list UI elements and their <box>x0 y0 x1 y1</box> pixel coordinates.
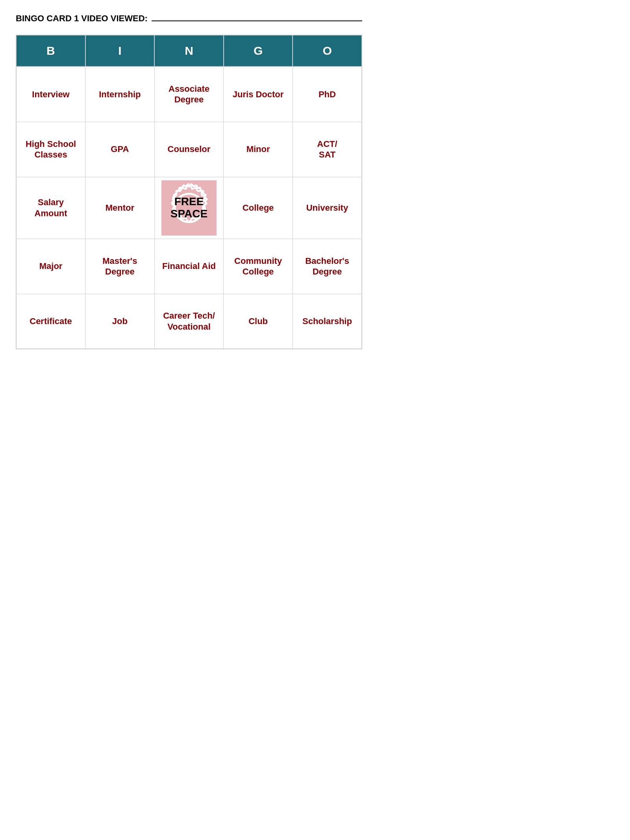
cell-r4-c0[interactable]: Certificate <box>16 294 85 349</box>
cell-r1-c3[interactable]: Minor <box>224 122 293 177</box>
cell-r0-c2[interactable]: Associate Degree <box>154 67 224 122</box>
cell-text: College <box>243 203 274 213</box>
cell-text: Major <box>39 261 63 271</box>
gear-shape: FREESPACE <box>163 182 215 234</box>
col-header-b: B <box>16 35 85 67</box>
free-space-container: FREESPACE <box>161 180 217 235</box>
cell-r0-c3[interactable]: Juris Doctor <box>224 67 293 122</box>
cell-text: Bachelor's Degree <box>305 256 349 277</box>
cell-text: Associate Degree <box>169 84 209 105</box>
cell-text: High School Classes <box>26 139 76 160</box>
cell-r4-c4[interactable]: Scholarship <box>293 294 362 349</box>
cell-r4-c3[interactable]: Club <box>224 294 293 349</box>
page-header: BINGO CARD 1 VIDEO VIEWED: <box>16 12 362 24</box>
cell-r4-c2[interactable]: Career Tech/ Vocational <box>154 294 224 349</box>
cell-r3-c1[interactable]: Master's Degree <box>85 239 155 294</box>
cell-text: Internship <box>99 89 141 99</box>
cell-text: Club <box>248 316 268 326</box>
col-header-n: N <box>154 35 224 67</box>
cell-r2-c3[interactable]: College <box>224 177 293 239</box>
col-header-g: G <box>224 35 293 67</box>
cell-text: Certificate <box>30 316 72 326</box>
header-row: B I N G O <box>16 35 362 67</box>
table-row: High School ClassesGPACounselorMinorACT/… <box>16 122 362 177</box>
cell-r3-c3[interactable]: Community College <box>224 239 293 294</box>
cell-text: Community College <box>234 256 282 277</box>
cell-r1-c4[interactable]: ACT/SAT <box>293 122 362 177</box>
cell-text: Career Tech/ Vocational <box>163 311 215 332</box>
cell-text: Mentor <box>106 203 134 213</box>
cell-text: Job <box>112 316 128 326</box>
table-row: InterviewInternshipAssociate DegreeJuris… <box>16 67 362 122</box>
page-title: BINGO CARD 1 VIDEO VIEWED: <box>16 13 148 24</box>
cell-r4-c1[interactable]: Job <box>85 294 155 349</box>
cell-r3-c4[interactable]: Bachelor's Degree <box>293 239 362 294</box>
cell-text: Juris Doctor <box>233 89 284 99</box>
cell-r2-c2[interactable]: FREESPACE <box>154 177 224 239</box>
cell-text: PhD <box>319 89 336 99</box>
cell-text: GPA <box>111 144 129 154</box>
cell-r1-c1[interactable]: GPA <box>85 122 155 177</box>
table-row: CertificateJobCareer Tech/ VocationalClu… <box>16 294 362 349</box>
table-row: MajorMaster's DegreeFinancial AidCommuni… <box>16 239 362 294</box>
cell-text: University <box>306 203 348 213</box>
cell-text: ACT/SAT <box>317 139 337 160</box>
cell-text: Minor <box>246 144 270 154</box>
cell-r1-c2[interactable]: Counselor <box>154 122 224 177</box>
cell-r0-c1[interactable]: Internship <box>85 67 155 122</box>
cell-r3-c2[interactable]: Financial Aid <box>154 239 224 294</box>
cell-text: Financial Aid <box>162 261 216 271</box>
cell-r2-c0[interactable]: Salary Amount <box>16 177 85 239</box>
cell-text: Master's Degree <box>102 256 137 277</box>
cell-text: Scholarship <box>302 316 352 326</box>
cell-text: Interview <box>32 89 69 99</box>
cell-text: Counselor <box>168 144 211 154</box>
bingo-table: B I N G O InterviewInternshipAssociate D… <box>16 35 362 349</box>
video-viewed-field[interactable] <box>152 12 362 21</box>
cell-r2-c1[interactable]: Mentor <box>85 177 155 239</box>
cell-text: Salary Amount <box>35 197 67 218</box>
cell-r0-c0[interactable]: Interview <box>16 67 85 122</box>
cell-r3-c0[interactable]: Major <box>16 239 85 294</box>
cell-r0-c4[interactable]: PhD <box>293 67 362 122</box>
col-header-i: I <box>85 35 155 67</box>
col-header-o: O <box>293 35 362 67</box>
cell-r2-c4[interactable]: University <box>293 177 362 239</box>
cell-r1-c0[interactable]: High School Classes <box>16 122 85 177</box>
free-space-label: FREESPACE <box>170 196 208 220</box>
table-row: Salary AmountMentor FREESPACE CollegeUni… <box>16 177 362 239</box>
